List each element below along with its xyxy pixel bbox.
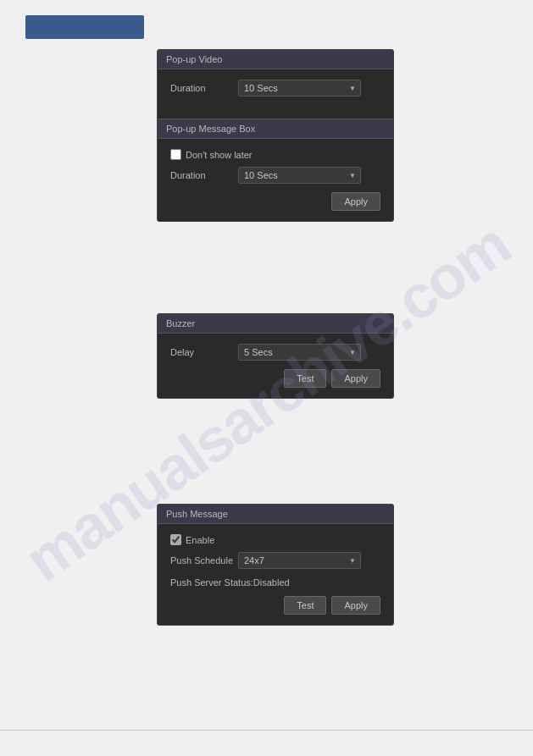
- push-message-header: Push Message: [158, 505, 393, 524]
- buzzer-apply-button[interactable]: Apply: [331, 369, 380, 388]
- push-message-panel: Push Message Enable Push Schedule 24x7 C…: [157, 504, 394, 626]
- push-message-btn-row: Test Apply: [170, 596, 380, 615]
- popup-message-duration-select-wrapper: 10 Secs 20 Secs 30 Secs 60 Secs: [238, 167, 361, 184]
- dont-show-row: Don't show later: [170, 149, 380, 160]
- dont-show-checkbox[interactable]: [170, 149, 181, 160]
- popup-message-btn-row: Apply: [170, 192, 380, 211]
- push-message-title: Push Message: [166, 509, 228, 519]
- header-bar: [25, 15, 144, 39]
- push-schedule-select[interactable]: 24x7 Custom: [238, 552, 361, 569]
- push-test-button[interactable]: Test: [284, 596, 326, 615]
- push-apply-button[interactable]: Apply: [331, 596, 380, 615]
- push-enable-label: Enable: [186, 535, 214, 545]
- buzzer-delay-select[interactable]: 5 Secs 10 Secs 20 Secs 30 Secs: [238, 344, 361, 361]
- popup-video-duration-row: Duration 10 Secs 20 Secs 30 Secs 60 Secs: [170, 80, 380, 97]
- push-server-status-label: Push Server Status:: [170, 577, 253, 588]
- push-enable-row: Enable: [170, 534, 380, 545]
- popup-message-body: Don't show later Duration 10 Secs 20 Sec…: [158, 139, 393, 221]
- push-schedule-row: Push Schedule 24x7 Custom: [170, 552, 380, 569]
- popup-message-duration-label: Duration: [170, 170, 238, 180]
- buzzer-title: Buzzer: [166, 318, 195, 328]
- push-enable-checkbox[interactable]: [170, 534, 181, 545]
- buzzer-btn-row: Test Apply: [170, 369, 380, 388]
- push-schedule-label: Push Schedule: [170, 555, 238, 566]
- buzzer-test-button[interactable]: Test: [284, 369, 326, 388]
- buzzer-delay-select-wrapper: 5 Secs 10 Secs 20 Secs 30 Secs: [238, 344, 361, 361]
- popup-video-header: Pop-up Video: [158, 50, 393, 69]
- buzzer-body: Delay 5 Secs 10 Secs 20 Secs 30 Secs Tes…: [158, 334, 393, 398]
- popup-video-title: Pop-up Video: [166, 54, 222, 64]
- dont-show-label: Don't show later: [186, 150, 253, 160]
- popup-panel: Pop-up Video Duration 10 Secs 20 Secs 30…: [157, 49, 394, 222]
- push-message-body: Enable Push Schedule 24x7 Custom Push Se…: [158, 524, 393, 625]
- bottom-divider: [0, 730, 533, 731]
- popup-message-header: Pop-up Message Box: [158, 119, 393, 139]
- push-server-status-row: Push Server Status: Disabled: [170, 577, 380, 588]
- push-schedule-select-wrapper: 24x7 Custom: [238, 552, 361, 569]
- popup-video-body: Duration 10 Secs 20 Secs 30 Secs 60 Secs: [158, 69, 393, 115]
- buzzer-panel: Buzzer Delay 5 Secs 10 Secs 20 Secs 30 S…: [157, 313, 394, 399]
- buzzer-delay-row: Delay 5 Secs 10 Secs 20 Secs 30 Secs: [170, 344, 380, 361]
- buzzer-delay-label: Delay: [170, 347, 238, 357]
- popup-video-duration-select-wrapper: 10 Secs 20 Secs 30 Secs 60 Secs: [238, 80, 361, 97]
- popup-message-duration-row: Duration 10 Secs 20 Secs 30 Secs 60 Secs: [170, 167, 380, 184]
- push-server-status-value: Disabled: [253, 577, 290, 588]
- popup-message-title: Pop-up Message Box: [166, 124, 255, 134]
- buzzer-header: Buzzer: [158, 314, 393, 334]
- popup-message-apply-button[interactable]: Apply: [331, 192, 380, 211]
- popup-video-duration-label: Duration: [170, 83, 238, 93]
- popup-message-duration-select[interactable]: 10 Secs 20 Secs 30 Secs 60 Secs: [238, 167, 361, 184]
- popup-video-duration-select[interactable]: 10 Secs 20 Secs 30 Secs 60 Secs: [238, 80, 361, 97]
